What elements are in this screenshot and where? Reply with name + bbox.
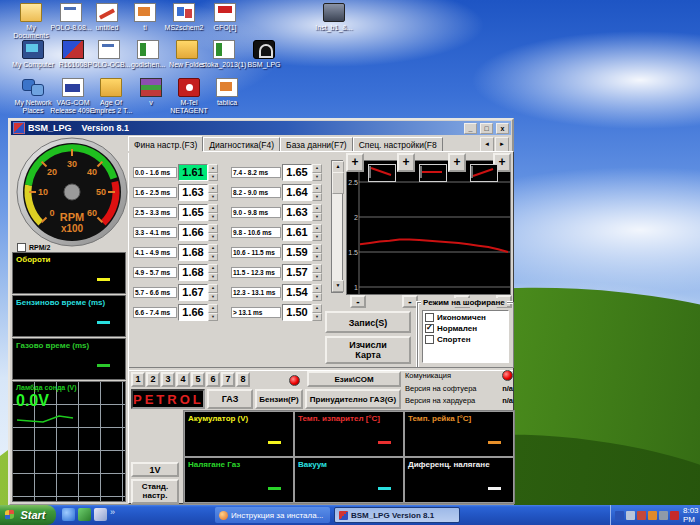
title-bar[interactable]: BSM_LPG Version 8.1 _ □ x (11, 121, 511, 135)
tray-update-icon[interactable] (648, 511, 657, 520)
cylinder-button-5[interactable]: 5 (191, 372, 205, 387)
calculate-map-button[interactable]: Изчисли Карта (325, 336, 411, 364)
scroll-down-icon[interactable]: ▼ (332, 280, 344, 292)
spinner-down-icon[interactable]: ▼ (208, 213, 218, 222)
spinner-down-icon[interactable]: ▼ (208, 233, 218, 242)
scrollbar-thumb[interactable] (332, 172, 344, 194)
spinner-down-icon[interactable]: ▼ (312, 233, 322, 242)
save-button[interactable]: Запис(S) (325, 311, 411, 333)
bin-value-field[interactable]: 1.65 (282, 164, 312, 181)
spinner-down-icon[interactable]: ▼ (312, 193, 322, 202)
standard-settings-button[interactable]: Станд. настр. (131, 479, 179, 504)
bin-value-field[interactable]: 1.57 (282, 264, 312, 281)
map-vertical-scrollbar[interactable]: ▲ ▼ (331, 160, 343, 293)
spinner-down-icon[interactable]: ▼ (208, 313, 218, 322)
rpm2-checkbox-row[interactable]: RPM/2 (17, 243, 50, 252)
spinner-up-icon[interactable]: ▲ (312, 164, 322, 173)
spinner-up-icon[interactable]: ▲ (208, 284, 218, 293)
quicklaunch-ie-icon[interactable] (62, 508, 75, 521)
cylinder-button-3[interactable]: 3 (161, 372, 175, 387)
tab-diagnostics[interactable]: Диагностика(F4) (203, 137, 280, 151)
maximize-button[interactable]: □ (480, 123, 493, 134)
close-button[interactable]: x (496, 123, 509, 134)
checkbox-checked-icon[interactable] (425, 324, 434, 333)
spinner-down-icon[interactable]: ▼ (208, 253, 218, 262)
driving-mode-option[interactable]: Нормален (423, 322, 508, 333)
spinner-down-icon[interactable]: ▼ (312, 253, 322, 262)
gas-button[interactable]: ГАЗ (207, 389, 253, 409)
map-increase-button[interactable]: + (346, 153, 364, 172)
cylinder-button-2[interactable]: 2 (146, 372, 160, 387)
tray-usb-icon[interactable] (637, 511, 646, 520)
desktop-icon[interactable]: Inst_b1_&... (311, 3, 357, 32)
cylinder-button-4[interactable]: 4 (176, 372, 190, 387)
bin-value-field[interactable]: 1.64 (282, 184, 312, 201)
spinner-up-icon[interactable]: ▲ (208, 164, 218, 173)
bin-value-field[interactable]: 1.54 (282, 284, 312, 301)
map-decrease-button[interactable]: - (350, 295, 366, 308)
bin-value-field[interactable]: 1.67 (178, 284, 208, 301)
spinner-down-icon[interactable]: ▼ (312, 293, 322, 302)
bin-value-field[interactable]: 1.61 (282, 224, 312, 241)
tab-scroll-right-icon[interactable]: ► (495, 137, 509, 152)
spinner-up-icon[interactable]: ▲ (312, 184, 322, 193)
quicklaunch-desktop-icon[interactable] (78, 508, 91, 521)
one-volt-button[interactable]: 1V (131, 462, 179, 477)
spinner-up-icon[interactable]: ▲ (208, 184, 218, 193)
tab-database[interactable]: База данни(F7) (280, 137, 353, 151)
spinner-up-icon[interactable]: ▲ (312, 264, 322, 273)
spinner-down-icon[interactable]: ▼ (312, 173, 322, 182)
minimize-button[interactable]: _ (464, 123, 477, 134)
map-decrease-button[interactable]: - (402, 295, 418, 308)
cylinder-button-8[interactable]: 8 (236, 372, 250, 387)
bin-value-field[interactable]: 1.50 (282, 304, 312, 321)
tab-scroll-left-icon[interactable]: ◄ (480, 137, 494, 152)
desktop-icon[interactable]: GFO[1] (202, 3, 248, 32)
spinner-up-icon[interactable]: ▲ (312, 224, 322, 233)
tray-language-icon[interactable] (615, 511, 624, 520)
task-instructions[interactable]: Инструкция за инстала... (215, 507, 330, 523)
bin-value-field[interactable]: 1.61 (178, 164, 208, 181)
tray-volume-icon[interactable] (659, 511, 668, 520)
driving-mode-option[interactable]: Спортен (423, 333, 508, 344)
spinner-down-icon[interactable]: ▼ (208, 173, 218, 182)
map-thumbnail-rising[interactable] (470, 164, 498, 182)
desktop-icon[interactable]: MS2schem2 (161, 3, 207, 32)
spinner-down-icon[interactable]: ▼ (208, 293, 218, 302)
driving-mode-option[interactable]: Икономичен (423, 311, 508, 322)
map-thumbnail-falling[interactable] (368, 164, 396, 182)
spinner-up-icon[interactable]: ▲ (312, 284, 322, 293)
spinner-up-icon[interactable]: ▲ (312, 204, 322, 213)
bin-value-field[interactable]: 1.68 (178, 264, 208, 281)
bin-value-field[interactable]: 1.59 (282, 244, 312, 261)
checkbox-icon[interactable] (425, 335, 434, 344)
spinner-down-icon[interactable]: ▼ (312, 213, 322, 222)
task-bsm-lpg[interactable]: BSM_LPG Version 8.1 (334, 507, 460, 523)
spinner-down-icon[interactable]: ▼ (312, 313, 322, 322)
clock[interactable]: 8:03 PM (683, 506, 700, 524)
spinner-up-icon[interactable]: ▲ (208, 204, 218, 213)
spinner-up-icon[interactable]: ▲ (312, 244, 322, 253)
bin-value-field[interactable]: 1.66 (178, 224, 208, 241)
rpm2-checkbox[interactable] (17, 243, 26, 252)
bin-value-field[interactable]: 1.68 (178, 244, 208, 261)
tab-fine-tuning[interactable]: Фина настр.(F3) (128, 136, 203, 151)
quicklaunch-player-icon[interactable] (94, 508, 107, 521)
quicklaunch-chevron-icon[interactable]: » (110, 507, 115, 517)
cylinder-button-1[interactable]: 1 (131, 372, 145, 387)
spinner-down-icon[interactable]: ▼ (312, 273, 322, 282)
petrol-button[interactable]: Бензин(P) (255, 389, 303, 409)
forced-gas-button[interactable]: Принудително ГАЗ(G) (305, 389, 401, 409)
tab-special-settings[interactable]: Спец. настройки(F8 (353, 137, 443, 151)
map-increase-button[interactable]: + (448, 153, 466, 172)
bin-value-field[interactable]: 1.63 (178, 184, 208, 201)
bin-value-field[interactable]: 1.63 (282, 204, 312, 221)
checkbox-icon[interactable] (425, 313, 434, 322)
start-button[interactable]: Start (0, 505, 56, 525)
tray-agent-icon[interactable] (670, 511, 679, 520)
spinner-up-icon[interactable]: ▲ (312, 304, 322, 313)
tray-display-icon[interactable] (626, 511, 635, 520)
desktop-icon[interactable]: tablica (204, 78, 250, 107)
spinner-up-icon[interactable]: ▲ (208, 264, 218, 273)
spinner-up-icon[interactable]: ▲ (208, 304, 218, 313)
